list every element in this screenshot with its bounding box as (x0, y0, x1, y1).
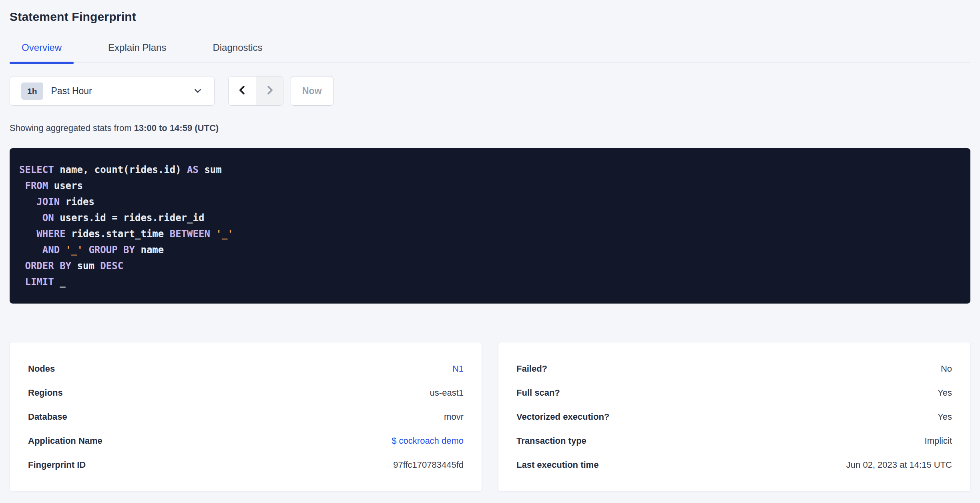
sql-text (19, 212, 42, 223)
row-value-link[interactable]: N1 (452, 364, 464, 374)
sql-text: name, count(rides.id) (54, 164, 187, 175)
sql-line: WHERE rides.start_time BETWEEN '_' (19, 226, 961, 242)
chevron-right-icon (264, 84, 276, 98)
row-value: Jun 02, 2023 at 14:15 UTC (846, 460, 952, 470)
tab-diagnostics[interactable]: Diagnostics (201, 42, 274, 62)
sql-text (60, 244, 65, 256)
sql-text: _ (54, 276, 66, 288)
row-label: Full scan? (516, 388, 560, 398)
sql-text: sum (199, 164, 222, 175)
sql-keyword: BETWEEN (170, 228, 210, 239)
sql-text (19, 180, 25, 191)
row-value: No (941, 364, 952, 374)
sql-text: rides (60, 196, 94, 207)
sql-statement-box: SELECT name, count(rides.id) AS sum FROM… (10, 148, 970, 304)
sql-text: rides.start_time (66, 228, 170, 239)
sql-text (19, 260, 25, 272)
row-value: Implicit (925, 436, 952, 446)
statement-details-card: NodesN1Regionsus-east1DatabasemovrApplic… (10, 342, 482, 492)
row-label: Application Name (28, 436, 102, 446)
aggregated-stats-text: Showing aggregated stats from 13:00 to 1… (10, 123, 970, 134)
time-controls: 1h Past Hour Now (10, 76, 970, 106)
sql-keyword: DESC (100, 260, 123, 272)
sql-keyword: AS (187, 164, 199, 175)
row-value: Yes (938, 412, 952, 422)
sql-text (19, 196, 36, 207)
tab-bar: OverviewExplain PlansDiagnostics (10, 42, 970, 63)
stats-time-range: 13:00 to 14:59 (UTC) (134, 123, 219, 133)
row-label: Vectorized execution? (516, 412, 609, 422)
sql-line: ON users.id = rides.rider_id (19, 210, 961, 226)
card-row: Full scan?Yes (516, 381, 952, 405)
sql-keyword: ON (42, 212, 54, 223)
time-range-dropdown[interactable]: 1h Past Hour (10, 76, 215, 106)
tab-explain-plans[interactable]: Explain Plans (96, 42, 178, 62)
card-row: Fingerprint ID97ffc170783445fd (28, 453, 464, 477)
next-interval-button[interactable] (256, 76, 283, 105)
sql-text (83, 244, 88, 256)
sql-text (19, 276, 25, 288)
row-label: Regions (28, 388, 63, 398)
stats-text-prefix: Showing aggregated stats from (10, 123, 134, 133)
sql-keyword: WHERE (36, 228, 65, 239)
sql-keyword: GROUP BY (88, 244, 135, 256)
card-row: Vectorized execution?Yes (516, 405, 952, 429)
sql-text: sum (71, 260, 100, 272)
sql-line: AND '_' GROUP BY name (19, 242, 961, 258)
sql-text (210, 228, 216, 239)
row-value-link[interactable]: $ cockroach demo (392, 436, 464, 446)
row-value: Yes (938, 388, 952, 398)
statement-fingerprint-page: Statement Fingerprint OverviewExplain Pl… (0, 10, 980, 492)
row-label: Fingerprint ID (28, 460, 86, 470)
card-row: Last execution timeJun 02, 2023 at 14:15… (516, 453, 952, 477)
row-value: us-east1 (430, 388, 464, 398)
sql-line: LIMIT _ (19, 274, 961, 290)
chevron-left-icon (236, 84, 248, 98)
row-label: Transaction type (516, 436, 586, 446)
card-row: Regionsus-east1 (28, 381, 464, 405)
sql-string-literal: '_' (216, 228, 233, 239)
sql-text (19, 228, 36, 239)
interval-badge: 1h (21, 82, 43, 100)
sql-keyword: SELECT (19, 164, 54, 175)
row-label: Last execution time (516, 460, 598, 470)
sql-keyword: LIMIT (25, 276, 54, 288)
sql-keyword: ORDER BY (25, 260, 71, 272)
sql-line: JOIN rides (19, 194, 961, 210)
card-row: Application Name$ cockroach demo (28, 429, 464, 453)
time-range-label: Past Hour (51, 86, 92, 97)
sql-string-literal: '_' (66, 244, 83, 256)
row-label: Failed? (516, 364, 547, 374)
time-step-buttons (228, 76, 283, 106)
card-row: Databasemovr (28, 405, 464, 429)
sql-keyword: FROM (25, 180, 48, 191)
sql-line: SELECT name, count(rides.id) AS sum (19, 162, 961, 178)
card-row: Transaction typeImplicit (516, 429, 952, 453)
row-label: Database (28, 412, 67, 422)
page-title: Statement Fingerprint (10, 10, 970, 24)
row-label: Nodes (28, 364, 55, 374)
execution-attributes-card: Failed?NoFull scan?YesVectorized executi… (498, 342, 970, 492)
card-row: NodesN1 (28, 357, 464, 381)
now-button[interactable]: Now (291, 76, 333, 106)
sql-text: name (135, 244, 164, 256)
row-value: 97ffc170783445fd (393, 460, 464, 470)
sql-text (19, 244, 42, 256)
card-row: Failed?No (516, 357, 952, 381)
summary-cards: NodesN1Regionsus-east1DatabasemovrApplic… (10, 342, 970, 492)
previous-interval-button[interactable] (229, 76, 256, 105)
chevron-down-icon (193, 86, 203, 96)
sql-text: users (48, 180, 83, 191)
row-value: movr (444, 412, 464, 422)
sql-text: users.id = rides.rider_id (54, 212, 205, 223)
sql-line: FROM users (19, 178, 961, 194)
sql-keyword: JOIN (36, 196, 60, 207)
tab-overview[interactable]: Overview (10, 42, 74, 62)
sql-line: ORDER BY sum DESC (19, 258, 961, 274)
sql-keyword: AND (42, 244, 60, 256)
